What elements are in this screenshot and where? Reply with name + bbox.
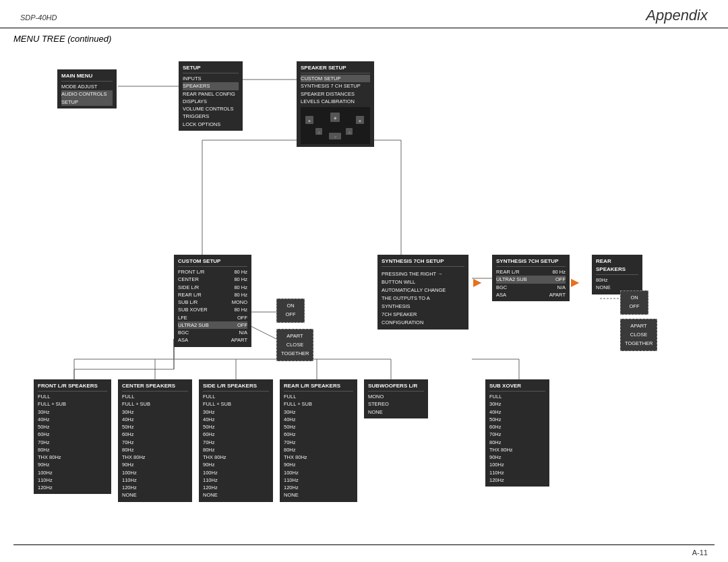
list-item: SUB L/RMONO [178,299,247,306]
list-item: MODE ADJUST [61,83,113,90]
list-item: NONE [284,491,353,499]
list-item: FRONT L/R80 Hz [178,268,247,276]
list-item: FULL + SUB [284,400,353,408]
content-area: MENU TREE (continued) [0,28,728,513]
list-item: CLOSE [281,341,309,350]
list-item: SETUP [61,98,113,106]
list-item: 70Hz [284,439,353,446]
center-speakers-box: CENTER SPEAKERS FULL FULL + SUB 30Hz 40H… [118,379,192,502]
list-item: FULL [284,393,353,400]
list-item: 30Hz [284,408,353,416]
list-item: 120Hz [203,484,269,491]
synthesis-7ch-title: SYNTHESIS 7CH SETUP [382,257,464,267]
list-item: FULL [38,393,107,400]
center-speakers-title: CENTER SPEAKERS [122,382,188,392]
list-item: ASAAPART [178,336,247,344]
list-item: 60Hz [38,431,107,438]
list-item: ON [625,294,644,303]
list-item: 40Hz [122,416,188,423]
list-item: SIDE L/R80 Hz [178,284,247,291]
list-item: THX 80Hz [38,454,107,461]
list-item: 120Hz [284,484,353,491]
speaker-diagram-svg: ◈ ◈ ◈ ◇ ◇ ▽ [302,109,369,143]
list-item: 40Hz [489,408,545,416]
list-item: 80Hz [203,446,269,454]
list-item: 110Hz [489,469,545,476]
list-item: 90Hz [122,461,188,468]
list-item: SYNTHESIS 7 CH SETUP [301,82,370,90]
list-item: 90Hz [203,461,269,468]
on-off-box-2: ON OFF [620,290,648,315]
svg-text:◈: ◈ [308,119,311,123]
list-item: 110Hz [122,476,188,484]
list-item: 30Hz [38,408,107,416]
list-item: 50Hz [284,423,353,431]
list-item: 30Hz [122,408,188,416]
page-number: A-11 [692,549,708,557]
list-item: NONE [368,408,424,416]
svg-text:◈: ◈ [333,116,336,120]
svg-text:◈: ◈ [359,119,361,123]
list-item: 80Hz [38,446,107,454]
list-item: LEVELS CALIBRATION [301,98,370,105]
list-item: FULL + SUB [122,400,188,408]
list-item: 90Hz [489,454,545,461]
sub-xover-box: SUB XOVER FULL 30Hz 40Hz 50Hz 60Hz 70Hz … [485,379,549,487]
list-item: CUSTOM SETUP [301,75,370,82]
list-item: 120Hz [122,484,188,491]
custom-setup-box: CUSTOM SETUP FRONT L/R80 Hz CENTER80 Hz … [174,255,251,347]
list-item: 100Hz [203,469,269,476]
list-item: BUTTON WILL [382,278,464,286]
list-item: 110Hz [38,476,107,484]
sub-xover-title: SUB XOVER [489,382,545,392]
list-item: 70Hz [122,439,188,446]
list-item: 50Hz [122,423,188,431]
custom-setup-title: CUSTOM SETUP [178,257,247,267]
list-item: FULL [203,393,269,400]
list-item: 110Hz [284,476,353,484]
rear-speakers-box: REAR SPEAKERS 80Hz NONE [592,255,642,294]
list-item: 30Hz [203,408,269,416]
list-item: SUB XOVER80 Hz [178,306,247,313]
section-title: MENU TREE (continued) [13,34,715,44]
speaker-setup-box: SPEAKER SETUP CUSTOM SETUP SYNTHESIS 7 C… [297,61,374,147]
list-item: CENTER80 Hz [178,276,247,283]
list-item: 100Hz [489,461,545,468]
synthesis-7ch-right-box: SYNTHESIS 7CH SETUP REAR L/R80 Hz ULTRA2… [492,255,570,301]
list-item: 110Hz [203,476,269,484]
list-item: FULL [122,393,188,400]
page: SDP-40HD Appendix MENU TREE (continued) [0,0,728,562]
list-item: THX 80Hz [203,454,269,461]
list-item: 50Hz [38,423,107,431]
list-item: FULL + SUB [203,400,269,408]
list-item: AUDIO CONTROLS [61,90,113,98]
list-item: LFEOFF [178,314,247,321]
list-item: STEREO [368,400,424,408]
list-item: PRESSING THE RIGHT → [382,270,464,278]
list-item: 80Hz [284,446,353,454]
list-item: THX 80Hz [122,454,188,461]
footer-divider [13,544,715,545]
rear-lr-title: REAR L/R SPEAKERS [284,382,353,392]
list-item: TOGETHER [625,340,653,348]
synthesis-7ch-right-title: SYNTHESIS 7CH SETUP [496,257,566,267]
front-lr-box: FRONT L/R SPEAKERS FULL FULL + SUB 30Hz … [34,379,111,494]
list-item: INPUTS [183,75,239,82]
list-item: REAR L/R80 Hz [178,291,247,299]
list-item: 90Hz [284,461,353,468]
list-item: 70Hz [203,439,269,446]
speaker-setup-title: SPEAKER SETUP [301,64,370,73]
list-item: 30Hz [489,400,545,408]
setup-title: SETUP [183,64,239,73]
subwoofers-box: SUBWOOFERS L/R MONO STEREO NONE [364,379,428,418]
list-item: 80Hz [489,439,545,446]
list-item: TRIGGERS [183,113,239,120]
apart-close-together-1: APART CLOSE TOGETHER [276,329,313,361]
list-item: 60Hz [284,431,353,438]
list-item: THX 80Hz [284,454,353,461]
list-item: 50Hz [489,416,545,423]
side-lr-box: SIDE L/R SPEAKERS FULL FULL + SUB 30Hz 4… [199,379,273,502]
list-item: CONFIGURATION [382,319,464,327]
header: SDP-40HD Appendix [0,0,728,28]
list-item: SYNTHESIS [382,303,464,311]
